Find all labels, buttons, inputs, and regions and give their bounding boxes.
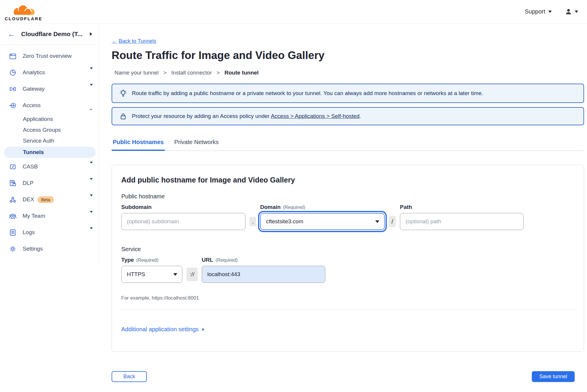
chevron-down-icon bbox=[90, 84, 93, 92]
back-button[interactable]: Back bbox=[112, 371, 147, 382]
save-tunnel-button[interactable]: Save tunnel bbox=[532, 371, 575, 382]
access-applications-self-hosted-link[interactable]: Access > Applications > Self-hosted bbox=[271, 113, 359, 119]
sidebar-item-label: Zero Trust overview bbox=[23, 53, 72, 59]
additional-settings-toggle[interactable]: Additional application settings bbox=[121, 326, 204, 333]
card-divider bbox=[121, 309, 574, 310]
sidebar-subitem-label: Service Auth bbox=[23, 138, 54, 144]
sidebar-item-dlp[interactable]: DLP bbox=[0, 175, 99, 191]
sidebar-item-label: Access bbox=[23, 102, 41, 109]
sidebar-item-zero-trust-overview[interactable]: Zero Trust overview bbox=[0, 48, 99, 64]
sidebar-item-access[interactable]: Access bbox=[0, 97, 99, 114]
gear-icon bbox=[9, 245, 17, 253]
analytics-icon bbox=[9, 69, 17, 77]
sidebar-item-access-groups[interactable]: Access Groups bbox=[0, 124, 99, 135]
main-content: ←Back to Tunnels Route Traffic for Image… bbox=[99, 23, 587, 392]
step-install-connector[interactable]: Install connector bbox=[171, 70, 212, 76]
chevron-down-icon bbox=[575, 11, 578, 13]
dot-separator: . bbox=[250, 217, 256, 226]
subdomain-label: Subdomain bbox=[121, 204, 245, 210]
chevron-down-icon bbox=[548, 11, 552, 13]
sidebar-subitem-label: Applications bbox=[23, 116, 53, 122]
chevron-down-icon bbox=[90, 227, 93, 235]
sidebar-item-logs[interactable]: Logs bbox=[0, 224, 99, 241]
sidebar-item-label: My Team bbox=[23, 213, 45, 219]
user-icon bbox=[565, 8, 572, 16]
support-label: Support bbox=[525, 8, 545, 15]
overview-icon bbox=[9, 52, 17, 60]
access-policy-text: Protect your resource by adding an Acces… bbox=[132, 113, 361, 119]
step-route-tunnel: Route tunnel bbox=[225, 70, 259, 76]
chevron-up-icon bbox=[89, 102, 93, 110]
card-heading: Add public hostname for Image and Video … bbox=[121, 176, 574, 184]
chevron-right-icon bbox=[202, 328, 204, 331]
tab-public-hostnames[interactable]: Public Hostnames bbox=[112, 139, 165, 151]
sidebar-item-label: Logs bbox=[23, 229, 35, 236]
logs-icon bbox=[9, 229, 17, 236]
public-hostname-card: Add public hostname for Image and Video … bbox=[112, 165, 584, 352]
cloudflare-cloud-icon bbox=[8, 4, 39, 16]
tab-private-networks[interactable]: Private Networks bbox=[173, 139, 220, 151]
domain-label: Domain bbox=[260, 204, 281, 210]
breadcrumb-separator: > bbox=[163, 70, 166, 76]
chevron-right-icon[interactable] bbox=[90, 32, 92, 36]
service-type-value: HTTPS bbox=[127, 271, 145, 278]
sidebar-nav: Zero Trust overview Analytics Gateway Ac… bbox=[0, 45, 99, 257]
lightbulb-icon bbox=[119, 89, 127, 97]
cloudflare-logo: CLOUDFLARE bbox=[5, 2, 42, 21]
scheme-separator: :// bbox=[186, 268, 198, 281]
topbar: CLOUDFLARE Support bbox=[0, 0, 587, 23]
sidebar-item-label: Settings bbox=[23, 246, 43, 252]
chevron-down-icon bbox=[90, 211, 93, 219]
cloudflare-wordmark: CLOUDFLARE bbox=[5, 16, 42, 21]
public-hostname-group-label: Public hostname bbox=[121, 193, 574, 200]
sidebar-item-tunnels[interactable]: Tunnels bbox=[4, 147, 96, 158]
back-arrow-icon[interactable]: ← bbox=[8, 30, 15, 38]
domain-required-hint: (Required) bbox=[283, 205, 305, 210]
sidebar-subitem-label: Tunnels bbox=[23, 149, 44, 156]
breadcrumb-separator: > bbox=[216, 70, 220, 76]
service-field-row: Type(Required) HTTPS :// URL(Required) bbox=[121, 257, 574, 283]
tip-banner-text: Route traffic by adding a public hostnam… bbox=[132, 90, 483, 97]
sidebar: ← Cloudflare Demo (T... Zero Trust overv… bbox=[0, 23, 99, 263]
page-title: Route Traffic for Image and Video Galler… bbox=[112, 49, 584, 62]
step-name-your-tunnel[interactable]: Name your tunnel bbox=[115, 70, 159, 76]
sidebar-item-analytics[interactable]: Analytics bbox=[0, 64, 99, 81]
sidebar-subitem-label: Access Groups bbox=[23, 127, 61, 133]
chevron-down-icon bbox=[173, 273, 177, 276]
domain-select-value: cftestsite3.com bbox=[266, 218, 303, 225]
account-switcher[interactable]: ← Cloudflare Demo (T... bbox=[0, 23, 99, 45]
type-label: Type bbox=[121, 257, 134, 263]
chevron-down-icon bbox=[90, 178, 93, 186]
back-arrow-icon: ← bbox=[112, 38, 117, 44]
back-to-tunnels-link[interactable]: ←Back to Tunnels bbox=[112, 38, 156, 44]
service-group-label: Service bbox=[121, 246, 574, 253]
user-account-menu[interactable] bbox=[565, 8, 578, 16]
chevron-down-icon bbox=[375, 220, 379, 223]
service-url-input[interactable] bbox=[202, 266, 325, 283]
team-icon bbox=[9, 212, 17, 220]
account-name: Cloudflare Demo (T... bbox=[21, 31, 84, 38]
service-type-select[interactable]: HTTPS bbox=[121, 266, 182, 283]
subdomain-input[interactable] bbox=[121, 213, 245, 230]
slash-separator: / bbox=[389, 216, 396, 227]
support-menu[interactable]: Support bbox=[525, 8, 552, 15]
sidebar-item-my-team[interactable]: My Team bbox=[0, 208, 99, 224]
sidebar-item-label: Analytics bbox=[23, 69, 45, 76]
sidebar-item-service-auth[interactable]: Service Auth bbox=[0, 135, 99, 146]
hostname-field-row: Subdomain . Domain(Required) cftestsite3… bbox=[121, 204, 574, 230]
type-required-hint: (Required) bbox=[136, 258, 159, 263]
domain-select[interactable]: cftestsite3.com bbox=[260, 213, 385, 230]
sidebar-item-label: CASB bbox=[23, 163, 38, 170]
lock-icon bbox=[119, 112, 127, 120]
access-icon bbox=[9, 102, 17, 109]
dlp-icon bbox=[9, 179, 17, 187]
dex-icon bbox=[9, 196, 17, 204]
sidebar-item-dex[interactable]: DEX Beta bbox=[0, 191, 99, 208]
gateway-icon bbox=[9, 85, 17, 93]
path-input[interactable] bbox=[400, 213, 524, 230]
sidebar-item-applications[interactable]: Applications bbox=[0, 114, 99, 124]
sidebar-item-settings[interactable]: Settings bbox=[0, 241, 99, 257]
sidebar-item-gateway[interactable]: Gateway bbox=[0, 81, 99, 97]
sidebar-item-casb[interactable]: CASB bbox=[0, 158, 99, 175]
path-label: Path bbox=[400, 204, 524, 210]
